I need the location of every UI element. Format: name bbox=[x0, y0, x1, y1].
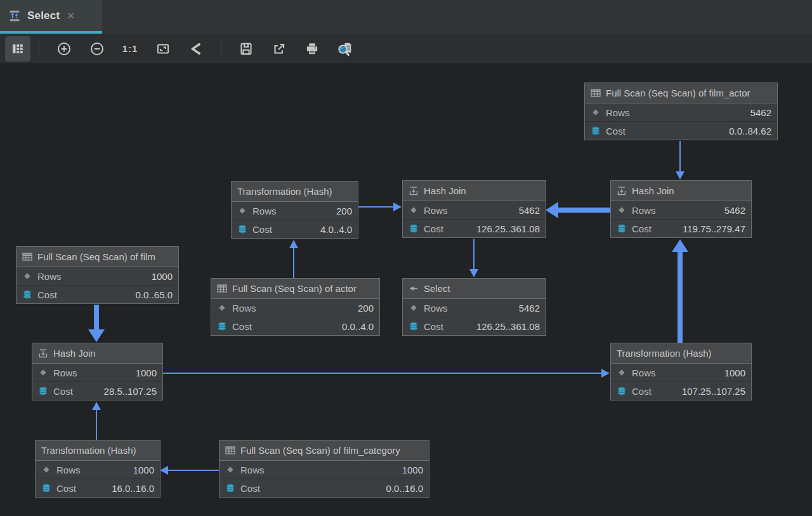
plan-node-transformation_hash_bottom[interactable]: Transformation (Hash)Rows1000Cost16.0..1… bbox=[35, 440, 160, 498]
structure-table-icon bbox=[10, 41, 25, 56]
plan-node-full_scan_film[interactable]: Full Scan (Seq Scan) of filmRows1000Cost… bbox=[16, 246, 179, 304]
cost-label: Cost bbox=[606, 126, 625, 136]
rows-diamond-icon bbox=[591, 107, 601, 117]
cost-database-icon bbox=[617, 386, 627, 396]
preview-button[interactable] bbox=[336, 40, 354, 58]
node-title: Transformation (Hash) bbox=[36, 440, 160, 461]
graph-layout-icon bbox=[188, 41, 204, 57]
table-icon bbox=[22, 252, 32, 261]
node-title: Full Scan (Seq Scan) of film_actor bbox=[585, 83, 777, 103]
node-title: Full Scan (Seq Scan) of actor bbox=[211, 279, 379, 299]
node-title: Full Scan (Seq Scan) of film_category bbox=[219, 440, 429, 461]
cost-value: 4.0..4.0 bbox=[320, 224, 352, 235]
fit-content-button[interactable] bbox=[154, 40, 172, 58]
plan-edge-full_scan_film_category-to-transformation_hash_bottom bbox=[160, 466, 219, 475]
node-rows-row: Rows5462 bbox=[585, 103, 777, 121]
cost-database-icon bbox=[41, 483, 51, 493]
fit-content-icon bbox=[155, 41, 171, 57]
apply-layout-button[interactable] bbox=[187, 40, 205, 58]
cost-database-icon bbox=[237, 224, 247, 234]
plan-node-hash_join_right[interactable]: Hash JoinRows5462Cost119.75..279.47 bbox=[610, 180, 752, 238]
export-button[interactable] bbox=[270, 40, 288, 58]
node-rows-row: Rows1000 bbox=[32, 364, 162, 381]
node-title-text: Full Scan (Seq Scan) of film bbox=[37, 251, 155, 262]
cost-value: 119.75..279.47 bbox=[683, 223, 745, 234]
rows-label: Rows bbox=[424, 303, 448, 314]
arrow-left-icon bbox=[409, 284, 419, 293]
plan-node-hash_join_left[interactable]: Hash JoinRows1000Cost28.5..107.25 bbox=[32, 343, 163, 400]
rows-value: 200 bbox=[358, 303, 374, 314]
rows-label: Rows bbox=[37, 271, 62, 282]
node-title: Full Scan (Seq Scan) of film bbox=[16, 247, 178, 267]
rows-value: 5462 bbox=[519, 303, 540, 314]
node-rows-row: Rows1000 bbox=[219, 461, 429, 479]
rows-diamond-icon bbox=[217, 303, 227, 313]
node-title: Hash Join bbox=[32, 343, 162, 364]
node-cost-row: Cost0.0..16.0 bbox=[219, 479, 429, 497]
toolbar-separator bbox=[39, 41, 39, 57]
actual-size-button[interactable]: 1:1 bbox=[121, 40, 139, 58]
rows-diamond-icon bbox=[617, 367, 627, 378]
hash-join-icon bbox=[617, 186, 627, 196]
plan-node-full_scan_actor[interactable]: Full Scan (Seq Scan) of actorRows200Cost… bbox=[211, 278, 380, 336]
tab-close-icon[interactable]: ✕ bbox=[67, 10, 75, 22]
cost-database-icon bbox=[225, 483, 235, 493]
node-rows-row: Rows1000 bbox=[16, 267, 178, 285]
zoom-out-button[interactable] bbox=[88, 40, 106, 58]
tab-select[interactable]: Select ✕ bbox=[0, 0, 102, 34]
cost-database-icon bbox=[217, 321, 227, 331]
plan-node-hash_join_center[interactable]: Hash JoinRows5462Cost126.25..361.08 bbox=[402, 180, 546, 238]
cost-database-icon bbox=[409, 321, 419, 331]
rows-value: 1000 bbox=[133, 465, 154, 475]
rows-label: Rows bbox=[240, 465, 265, 475]
plan-node-transformation_hash_right[interactable]: Transformation (Hash)Rows1000Cost107.25.… bbox=[610, 343, 752, 400]
zoom-in-icon bbox=[56, 41, 72, 57]
table-icon bbox=[591, 88, 601, 98]
plan-node-select[interactable]: SelectRows5462Cost126.25..361.08 bbox=[402, 278, 546, 336]
preview-magnifier-icon bbox=[336, 40, 354, 58]
structure-view-toggle-button[interactable] bbox=[5, 36, 30, 62]
cost-value: 28.5..107.25 bbox=[104, 386, 157, 397]
node-title-text: Select bbox=[424, 283, 450, 294]
plan-edge-hash_join_right-to-hash_join_center bbox=[546, 202, 610, 218]
editor-tab-bar: Select ✕ bbox=[0, 0, 812, 34]
plan-edge-full_scan_actor-to-transformation_hash_top bbox=[289, 240, 298, 278]
node-cost-row: Cost0.0..84.62 bbox=[585, 121, 777, 140]
rows-value: 5462 bbox=[750, 107, 771, 118]
plan-edge-transformation_hash_right-to-hash_join_right bbox=[672, 239, 688, 343]
node-cost-row: Cost107.25..107.25 bbox=[611, 381, 751, 400]
hash-join-icon bbox=[38, 348, 48, 359]
plan-node-full_scan_film_category[interactable]: Full Scan (Seq Scan) of film_categoryRow… bbox=[219, 440, 429, 498]
node-title: Transformation (Hash) bbox=[611, 343, 751, 364]
cost-label: Cost bbox=[632, 386, 652, 397]
plan-node-full_scan_film_actor[interactable]: Full Scan (Seq Scan) of film_actorRows54… bbox=[584, 83, 778, 140]
cost-label: Cost bbox=[232, 321, 252, 332]
cost-label: Cost bbox=[56, 483, 76, 494]
print-button[interactable] bbox=[303, 40, 321, 58]
save-button[interactable] bbox=[237, 40, 255, 58]
table-icon bbox=[225, 446, 235, 455]
node-title-text: Hash Join bbox=[53, 348, 96, 359]
plan-edge-transformation_hash_top-to-hash_join_center bbox=[357, 202, 402, 211]
cost-label: Cost bbox=[240, 483, 260, 494]
cost-database-icon bbox=[591, 126, 601, 136]
node-cost-row: Cost0.0..4.0 bbox=[211, 317, 379, 335]
rows-label: Rows bbox=[424, 205, 448, 216]
rows-label: Rows bbox=[606, 107, 630, 118]
node-title-text: Full Scan (Seq Scan) of actor bbox=[232, 283, 357, 294]
cost-database-icon bbox=[38, 386, 48, 396]
node-title: Hash Join bbox=[611, 181, 751, 201]
plan-node-transformation_hash_top[interactable]: Transformation (Hash)Rows200Cost4.0..4.0 bbox=[231, 181, 358, 239]
print-icon bbox=[304, 41, 320, 57]
rows-value: 1000 bbox=[402, 465, 423, 475]
node-cost-row: Cost4.0..4.0 bbox=[232, 220, 358, 238]
cost-label: Cost bbox=[632, 223, 652, 234]
plan-diagram-canvas[interactable]: Full Scan (Seq Scan) of film_actorRows54… bbox=[0, 0, 812, 516]
rows-label: Rows bbox=[632, 205, 656, 216]
zoom-in-button[interactable] bbox=[55, 40, 73, 58]
cost-database-icon bbox=[409, 223, 419, 234]
node-cost-row: Cost119.75..279.47 bbox=[611, 219, 751, 237]
node-title: Select bbox=[403, 279, 546, 299]
node-cost-row: Cost126.25..361.08 bbox=[403, 219, 546, 237]
plan-edge-hash_join_left-to-transformation_hash_right bbox=[162, 369, 610, 378]
